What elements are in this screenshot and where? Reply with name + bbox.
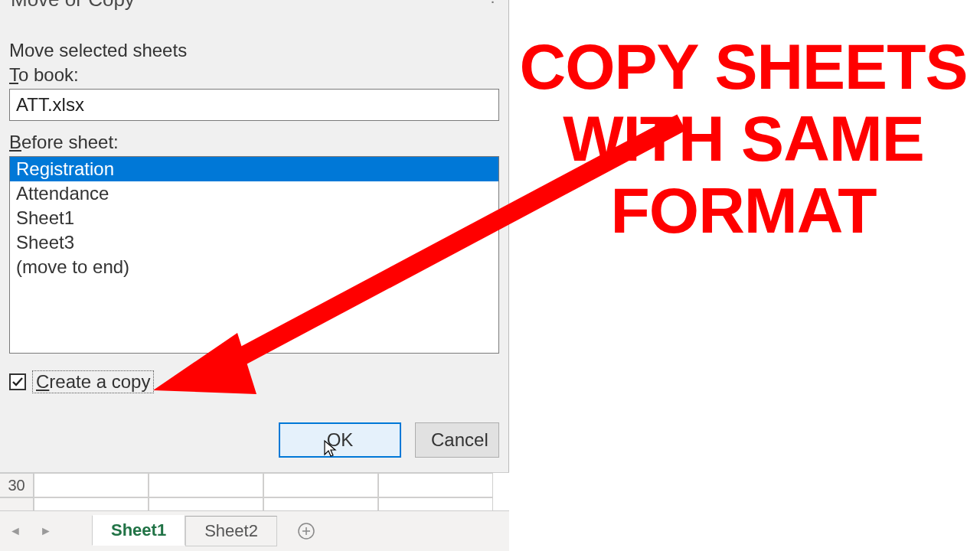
- sheet-tab[interactable]: Sheet1: [92, 515, 185, 546]
- row-header[interactable]: 30: [0, 473, 34, 497]
- cancel-button[interactable]: Cancel: [415, 422, 499, 458]
- cell[interactable]: [34, 497, 149, 511]
- list-item[interactable]: (move to end): [10, 255, 498, 279]
- help-icon[interactable]: ?: [488, 0, 498, 8]
- cursor-icon: [322, 439, 338, 464]
- tab-nav-next-icon[interactable]: ►: [31, 524, 61, 538]
- annotation-line: FORMAT: [513, 174, 974, 246]
- cancel-button-label: Cancel: [431, 429, 488, 451]
- cell[interactable]: [378, 497, 493, 511]
- move-or-copy-dialog: Move or Copy ? Move selected sheets To b…: [0, 0, 509, 472]
- dialog-title: Move or Copy: [11, 0, 135, 11]
- cell[interactable]: [149, 473, 263, 497]
- cell[interactable]: [378, 473, 493, 497]
- before-sheet-label: Before sheet:: [9, 132, 499, 153]
- list-item[interactable]: Sheet3: [10, 230, 498, 255]
- plus-circle-icon: [297, 522, 315, 540]
- sheet-tab-bar: ◄ ► Sheet1 Sheet2: [0, 510, 509, 551]
- tab-nav-prev-icon[interactable]: ◄: [0, 524, 31, 538]
- create-copy-label: Create a copy: [32, 370, 154, 393]
- cell[interactable]: [149, 497, 263, 511]
- cell[interactable]: [263, 473, 378, 497]
- cell[interactable]: [34, 473, 149, 497]
- ok-button[interactable]: OK: [279, 422, 401, 458]
- cell[interactable]: [263, 497, 378, 511]
- add-sheet-button[interactable]: [291, 516, 322, 546]
- before-sheet-list[interactable]: Registration Attendance Sheet1 Sheet3 (m…: [9, 156, 499, 354]
- create-copy-checkbox[interactable]: [9, 373, 26, 390]
- to-book-label: To book:: [9, 64, 499, 86]
- list-item[interactable]: Attendance: [10, 181, 498, 206]
- list-item[interactable]: Sheet1: [10, 206, 498, 230]
- annotation-line: COPY SHEETS: [513, 31, 974, 103]
- check-icon: [11, 376, 24, 388]
- to-book-dropdown[interactable]: [9, 89, 499, 121]
- sheet-tab[interactable]: Sheet2: [185, 516, 277, 546]
- dialog-title-bar: Move or Copy ?: [0, 0, 508, 31]
- row-header[interactable]: [0, 497, 34, 511]
- spreadsheet-area: 30 ◄ ► Sheet1 Sheet2: [0, 472, 509, 551]
- move-selected-label: Move selected sheets: [9, 40, 499, 61]
- annotation-line: WITH SAME: [513, 103, 974, 174]
- list-item[interactable]: Registration: [10, 157, 498, 181]
- annotation-text: COPY SHEETS WITH SAME FORMAT: [513, 31, 980, 246]
